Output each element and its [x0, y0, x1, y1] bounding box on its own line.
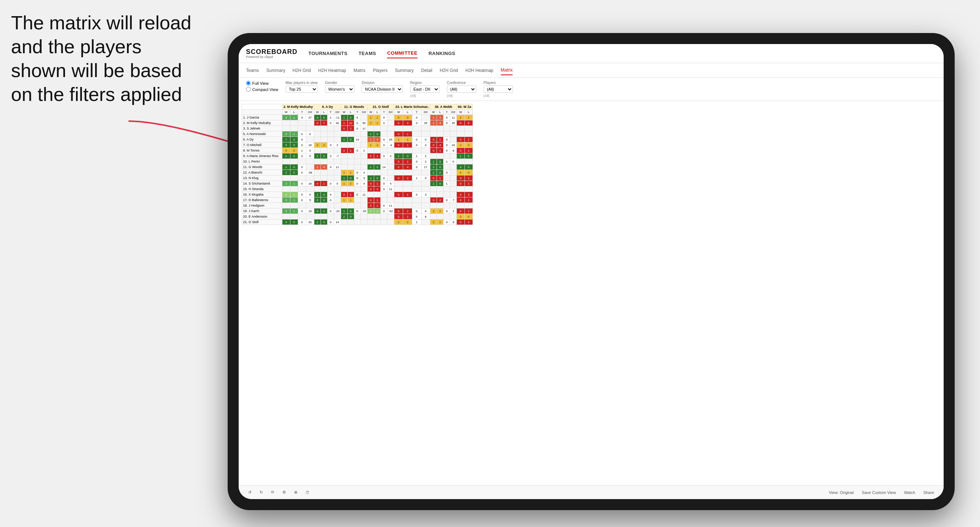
save-custom-view-button[interactable]: Save Custom View	[859, 489, 898, 496]
matrix-cell	[298, 159, 306, 164]
matrix-cell: 0	[444, 137, 450, 142]
matrix-cell: 0	[381, 121, 387, 126]
table-row: 17. D Ballesteros31052001101020701	[242, 197, 473, 203]
nav-rankings[interactable]: RANKINGS	[428, 49, 455, 58]
matrix-cell: 0	[298, 142, 306, 148]
matrix-cell: 2	[457, 142, 465, 148]
matrix-cell: 6	[465, 121, 473, 126]
matrix-cell	[381, 170, 387, 175]
matrix-cell: 0	[354, 175, 361, 181]
matrix-cell	[361, 137, 368, 142]
matrix-cell	[347, 186, 354, 192]
matrix-cell: 2	[314, 197, 321, 203]
max-players-select[interactable]: Top 25	[286, 86, 318, 93]
matrix-cell: 7	[321, 121, 328, 126]
nav-tournaments[interactable]: TOURNAMENTS	[309, 49, 347, 58]
matrix-cell	[412, 126, 421, 132]
matrix-cell	[341, 219, 347, 225]
player-name: 6. A Dy	[242, 137, 282, 142]
matrix-cell: 1	[368, 132, 374, 137]
redo-button[interactable]: ↻	[258, 489, 265, 496]
zoom-button[interactable]: ⊕	[292, 489, 300, 496]
undo-button[interactable]: ↺	[246, 489, 254, 496]
conference-select[interactable]: (All)	[447, 86, 476, 93]
matrix-cell	[334, 148, 341, 153]
subnav-summary2[interactable]: Summary	[395, 66, 414, 75]
main-content[interactable]: 2. M Kelly Mulcahy 6. A Dy 11. G Woods 2…	[239, 101, 943, 485]
matrix-cell: 0	[314, 121, 321, 126]
sub-w4: W	[368, 110, 374, 115]
matrix-cell: 1	[341, 170, 347, 175]
matrix-cell: 1	[374, 208, 381, 214]
matrix-cell	[306, 126, 314, 132]
division-select[interactable]: NCAA Division II	[362, 86, 403, 93]
matrix-cell: 1	[368, 164, 374, 170]
matrix-cell	[421, 115, 430, 121]
matrix-cell	[341, 142, 347, 148]
subnav-summary[interactable]: Summary	[266, 66, 285, 75]
nav-committee[interactable]: COMMITTEE	[387, 48, 417, 58]
full-view-option[interactable]: Full View	[246, 81, 278, 86]
view-options: Full View Compact View	[246, 81, 278, 92]
toolbar-left: ↺ ↻ ⟳ ⚙ ⊕ ⏱	[246, 489, 312, 496]
matrix-cell: 1	[290, 208, 298, 214]
subnav-h2h-heatmap[interactable]: H2H Heatmap	[318, 66, 346, 75]
subnav-h2h-grid[interactable]: H2H Grid	[293, 66, 311, 75]
compact-view-radio[interactable]	[246, 87, 251, 92]
matrix-cell: 0	[430, 197, 437, 203]
matrix-cell: -58	[306, 170, 314, 175]
matrix-cell: 0	[306, 132, 314, 137]
share-button[interactable]: Share	[921, 489, 936, 496]
players-filter: Players (All) (All)	[484, 81, 513, 98]
sub-l6: L	[437, 110, 444, 115]
table-row: 18. J Hodgson01011	[242, 203, 473, 208]
matrix-cell: 1	[403, 208, 412, 214]
matrix-cell: 4	[421, 208, 430, 214]
settings-button[interactable]: ⚙	[280, 489, 288, 496]
matrix-cell	[412, 181, 421, 186]
gender-select[interactable]: Women's	[325, 86, 354, 93]
watch-button[interactable]: Watch	[902, 489, 918, 496]
refresh-button[interactable]: ⟳	[269, 489, 277, 496]
nav-teams[interactable]: TEAMS	[358, 49, 376, 58]
subnav-h2h-grid2[interactable]: H2H Grid	[439, 66, 458, 75]
table-row: 16. X Mcgaha210010001011010303	[242, 192, 473, 197]
matrix-cell: 0	[381, 186, 387, 192]
matrix-cell	[457, 126, 465, 132]
matrix-cell	[347, 219, 354, 225]
matrix-cell: 2	[465, 208, 473, 214]
matrix-cell: 1	[298, 148, 306, 153]
matrix-cell: 0	[421, 175, 430, 181]
subnav-players[interactable]: Players	[373, 66, 387, 75]
matrix-cell: 0	[347, 214, 354, 219]
matrix-cell: 0	[368, 181, 374, 186]
max-players-label: Max players in view	[286, 81, 318, 85]
view-original-button[interactable]: View: Original	[827, 489, 856, 496]
matrix-cell	[381, 148, 387, 153]
subnav-matrix2[interactable]: Matrix	[501, 66, 513, 75]
matrix-cell	[314, 186, 321, 192]
matrix-cell: 18	[306, 142, 314, 148]
matrix-cell: 2	[374, 142, 381, 148]
subnav-h2h-heatmap2[interactable]: H2H Heatmap	[465, 66, 493, 75]
col-header-stoll: 21. O Stoll	[368, 104, 395, 110]
full-view-radio[interactable]	[246, 81, 251, 86]
player-name: 13. N Klug	[242, 175, 282, 181]
subnav-detail[interactable]: Detail	[421, 66, 433, 75]
matrix-cell	[374, 214, 381, 219]
region-select[interactable]: East - DII	[410, 86, 439, 93]
subnav-teams[interactable]: Teams	[246, 66, 259, 75]
players-select[interactable]: (All)	[484, 86, 513, 93]
sub-t3: T	[354, 110, 361, 115]
table-row: 6. A Dy700101414025110001001	[242, 137, 473, 142]
subnav-matrix[interactable]: Matrix	[353, 66, 366, 75]
sub-w3: W	[341, 110, 347, 115]
matrix-cell: 2	[368, 175, 374, 181]
region-filter: Region East - DII (All)	[410, 81, 439, 98]
timer-button[interactable]: ⏱	[303, 489, 312, 496]
matrix-cell: 3	[314, 115, 321, 121]
matrix-cell: 0	[412, 192, 421, 197]
matrix-cell	[403, 186, 412, 192]
matrix-cell: 1	[403, 192, 412, 197]
compact-view-option[interactable]: Compact View	[246, 87, 278, 92]
